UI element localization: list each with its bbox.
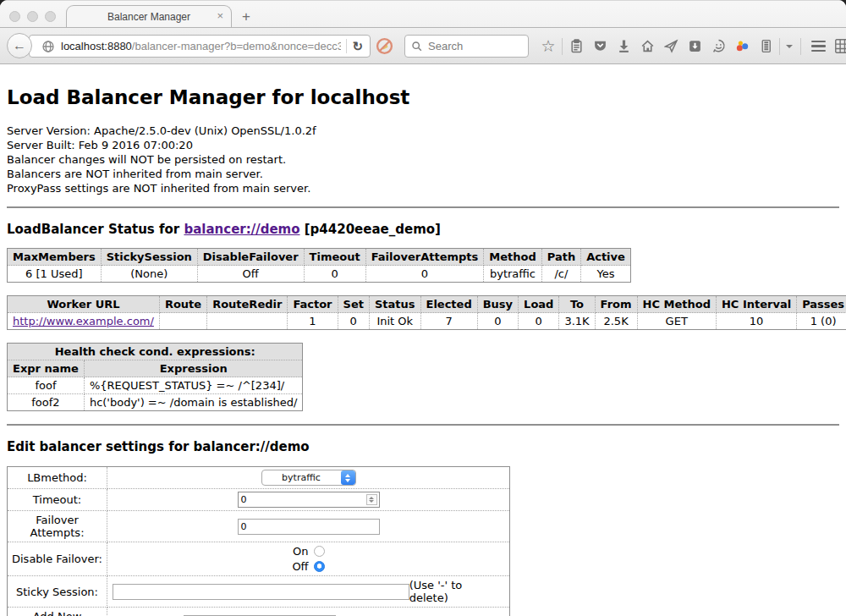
close-window-button[interactable] [9,11,20,22]
failover-attempts-row: Failover Attempts: 0 [8,511,510,542]
sticky-session-row: Sticky Session: (Use '-' to delete) [8,576,510,608]
toolbar-divider [562,38,563,55]
lbmethod-label: LBmethod: [8,467,107,489]
minimize-window-button[interactable] [27,11,38,22]
page-title: Load Balancer Manager for localhost [7,64,839,108]
disable-failover-label: Disable Failover: [8,542,107,576]
browser-window: Balancer Manager × + ← localhost:8880/ba… [0,0,846,616]
health-check-table: Health check cond. expressions: Expr nam… [7,343,303,411]
table-row: 6 [1 Used] (None) Off 0 0 bytraffic /c/ … [8,266,631,283]
table-row: foof2 hc('body') =~ /domain is establish… [8,394,303,411]
tab-balancer-manager[interactable]: Balancer Manager × [66,5,232,28]
traffic-lights [9,11,56,22]
server-built: Server Built: Feb 9 2016 07:00:20 [7,138,839,152]
table-row: foof %{REQUEST_STATUS} =~ /^[234]/ [8,377,303,394]
color-dots-icon[interactable] [730,39,754,53]
downloads-icon[interactable] [612,39,635,53]
table-header-row: Expr name Expression [8,360,303,377]
failover-on-radio[interactable] [314,546,325,557]
worker-url-link[interactable]: http://www.example.com/ [13,315,154,327]
url-path: /balancer-manager?b=demo&nonce=decc37be-… [132,40,342,52]
timeout-row: Timeout: 0 [8,489,510,511]
home-icon[interactable] [635,39,659,53]
toolbar-divider [800,38,801,55]
url-text: localhost:8880/balancer-manager?b=demo&n… [61,40,341,52]
send-tab-icon[interactable] [659,39,683,53]
number-spinner-icon[interactable] [366,494,377,505]
add-worker-row: Add New Worker: Are you sure? [8,608,510,616]
clipboard-icon[interactable] [564,39,588,53]
timeout-input[interactable]: 0 [238,492,380,508]
menu-hamburger-icon[interactable] [806,41,830,52]
select-stepper-icon [341,470,355,485]
navigation-toolbar: ← localhost:8880/balancer-manager?b=demo… [0,28,846,64]
bookmark-star-icon[interactable]: ☆ [536,38,560,54]
status-heading: LoadBalancer Status for balancer://demo … [7,222,839,237]
reload-icon[interactable]: ↻ [352,39,363,54]
sticky-session-input[interactable] [113,584,409,600]
balancer-demo-link[interactable]: balancer://demo [184,222,299,237]
persist-note: Balancer changes will NOT be persisted o… [7,152,839,167]
zoom-window-button[interactable] [45,11,56,22]
sticky-session-hint: (Use '-' to delete) [409,579,506,604]
worker-table: Worker URL Route RouteRedir Factor Set S… [7,295,846,330]
chevron-down-icon[interactable] [782,45,795,48]
failover-attempts-input[interactable]: 0 [238,519,380,535]
divider [7,424,839,426]
toolbar-divider [779,38,780,55]
sticky-session-label: Sticky Session: [8,576,107,608]
lbmethod-row: LBmethod: bytraffic [8,467,510,489]
balancer-status-table: MaxMembers StickySession DisableFailover… [7,248,631,283]
table-row: http://www.example.com/ 1 0 Init Ok 7 0 … [8,313,846,330]
radio-on-label: On [293,545,308,558]
timeout-label: Timeout: [8,489,107,511]
search-icon [411,41,423,52]
globe-icon [41,40,55,53]
table-header-row: Worker URL Route RouteRedir Factor Set S… [8,296,846,313]
edit-balancer-form: LBmethod: bytraffic Timeout: 0 [7,466,510,616]
tile-grid-icon[interactable] [830,38,846,54]
search-placeholder: Search [428,40,463,52]
url-bar[interactable]: localhost:8880/balancer-manager?b=demo&n… [29,35,371,58]
notes-panel-icon[interactable] [754,39,777,53]
tab-close-icon[interactable]: × [217,10,223,21]
inherit-note: Balancers are NOT inherited from main se… [7,167,839,181]
url-domain: localhost:8880 [61,40,132,52]
add-worker-label: Add New Worker: [8,608,107,616]
toolbar-icons: ☆ [536,28,846,64]
table-header-row: MaxMembers StickySession DisableFailover… [8,249,631,266]
server-version: Server Version: Apache/2.5.0-dev (Unix) … [7,124,839,138]
table-title-row: Health check cond. expressions: [8,344,303,360]
new-tab-button[interactable]: + [242,8,250,25]
content-blocked-icon[interactable] [376,37,393,55]
failover-attempts-label: Failover Attempts: [8,511,107,542]
back-button[interactable]: ← [7,33,32,58]
title-bar: Balancer Manager × + [0,0,846,28]
disable-failover-row: Disable Failover: On Off [8,542,510,576]
url-divider [346,39,347,53]
save-page-icon[interactable] [683,39,706,53]
divider [7,206,839,208]
edit-settings-heading: Edit balancer settings for balancer://de… [7,439,839,454]
server-info: Server Version: Apache/2.5.0-dev (Unix) … [7,124,839,195]
failover-off-radio[interactable] [314,561,325,572]
radio-off-label: Off [292,560,308,573]
pocket-icon[interactable] [588,39,612,53]
page-content: Load Balancer Manager for localhost Serv… [0,64,846,616]
tab-title: Balancer Manager [107,11,190,23]
feedback-smiley-icon[interactable] [706,39,730,53]
search-bar[interactable]: Search [404,35,529,58]
lbmethod-select[interactable]: bytraffic [261,470,356,486]
proxypass-note: ProxyPass settings are NOT inherited fro… [7,181,839,195]
